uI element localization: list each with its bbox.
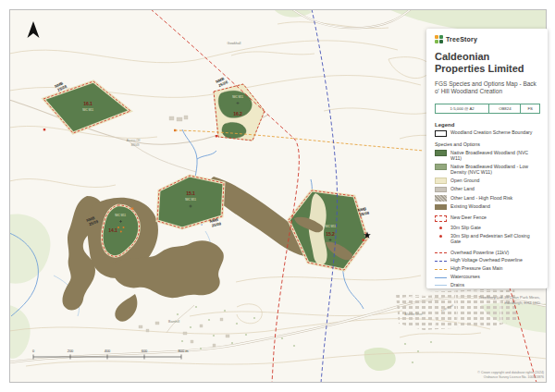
existing-woodland-swatch <box>435 204 447 211</box>
deer-fence-swatch <box>435 215 447 222</box>
legend-item-existing-woodland: Existing Woodland <box>435 203 540 210</box>
slip-gate-dot-icon <box>435 225 447 231</box>
place-label: Access Off <box>127 139 141 142</box>
legend-item-flood-risk: Other Land - High Flood Risk <box>435 195 540 202</box>
legend-label: Woodland Creation Scheme Boundary <box>450 129 532 135</box>
compartment-sub: NVC W11 <box>115 214 126 217</box>
legend-item-other-land: Other Land <box>435 186 540 192</box>
legend-item-drains: Drains <box>435 282 540 288</box>
gas-main-swatch <box>435 269 447 270</box>
compartment-sub: NVC W11 <box>325 225 336 228</box>
legend-label: Native Broadleaved Woodland (NVC W11) <box>450 150 540 161</box>
legend-label: New Deer Fence <box>450 214 487 220</box>
legend-item-slip-gate: 30m Slip Gate <box>435 225 540 231</box>
place-label: Gowkhall <box>228 42 241 45</box>
compartment-id: 16.2 <box>233 111 242 116</box>
brand-name: TreeStory <box>446 36 477 43</box>
legend-item-pedestrian-gate: 30m Slip and Pedestrian Self Closing Gat… <box>435 233 540 244</box>
compartment-id: 15.1 <box>186 190 195 196</box>
flood-risk-swatch <box>435 195 447 202</box>
svg-text:© Crown copyright and database: © Crown copyright and database rights (2… <box>477 371 544 374</box>
compartment-id: 16.1 <box>83 101 92 106</box>
svg-text:Ordnance Survey Licence No. 10: Ordnance Survey Licence No. 100053876 <box>484 375 544 379</box>
drains-swatch <box>435 285 447 286</box>
open-ground-swatch <box>435 178 447 184</box>
watercourses-swatch <box>435 277 447 278</box>
legend-item-nbw-low: Native Broadleaved Woodland - Low Densit… <box>435 164 540 175</box>
map-info-boxes: 1:5,000 @ A2 OB824 FS <box>435 104 540 114</box>
legend-label: Open Ground <box>450 178 479 183</box>
nbw-low-swatch <box>435 164 447 170</box>
logo-row: TreeStory <box>435 35 540 43</box>
legend-label: High Pressure Gas Main <box>450 265 503 271</box>
street-label: Allander Drive <box>405 312 423 316</box>
client-name: Caldeonian Properties Limited <box>435 51 540 75</box>
os-attribution: © Crown copyright and database rights (2… <box>477 371 544 379</box>
legend-label: Native Broadleaved Woodland - Low Densit… <box>450 164 540 175</box>
legend-item-nbw: Native Broadleaved Woodland (NVC W11) <box>435 150 540 161</box>
scale-label: 400 <box>105 349 111 353</box>
species-options-heading: Species and Options <box>435 141 540 147</box>
compartment-sub: NVC W11 <box>82 108 93 112</box>
legend-label: Watercourses <box>450 274 480 279</box>
place-label: B8049 <box>131 143 140 147</box>
pedestrian-gate-dot-icon <box>435 234 447 240</box>
code-box: FS <box>521 104 540 114</box>
treestory-logo-icon <box>435 35 443 43</box>
legend-item-hv-powerline: High Voltage Overhead Powerline <box>435 257 540 263</box>
powerline-11kv-swatch <box>435 252 447 253</box>
legend-item-watercourses: Watercourses <box>435 274 540 279</box>
legend-label: Other Land <box>450 186 475 191</box>
legend-label: Other Land - High Flood Risk <box>450 195 512 201</box>
scale-label: 800 m <box>178 349 189 353</box>
scale-label: 600 <box>142 349 148 353</box>
legend-item-gas-main: High Pressure Gas Main <box>435 265 540 271</box>
other-land-swatch <box>435 187 447 193</box>
legend-heading: Legend <box>435 122 540 128</box>
legend-item-powerline-11kv: Overhead Powerline (11kV) <box>435 250 540 255</box>
hv-powerline-swatch <box>435 261 447 262</box>
legend-label: Existing Woodland <box>450 203 490 209</box>
boundary-swatch <box>435 130 447 137</box>
compartment-sub: NVC W11 <box>185 198 196 202</box>
scale-label: 200 <box>68 349 74 353</box>
legend-label: 30m Slip and Pedestrian Self Closing Gat… <box>450 233 540 244</box>
map-title: FGS Species and Options Map - Back o' Hi… <box>435 80 540 96</box>
map-info-panel: TreeStory Caldeonian Properties Limited … <box>426 29 548 288</box>
legend-item-boundary: Woodland Creation Scheme Boundary <box>435 129 540 137</box>
legend-label: Overhead Powerline (11kV) <box>450 250 509 255</box>
reference-box: OB824 <box>489 104 521 114</box>
legend-label: High Voltage Overhead Powerline <box>450 257 523 263</box>
legend-label: 30m Slip Gate <box>450 225 481 230</box>
legend-label: Drains <box>450 282 464 288</box>
address-line2: Edinburgh, EH4 1ED <box>435 300 540 306</box>
legend-item-open-ground: Open Ground <box>435 178 540 184</box>
scale-box: 1:5,000 @ A2 <box>435 104 489 114</box>
legend-item-deer-fence: New Deer Fence <box>435 214 540 222</box>
company-address: TreeStory Ltd. 39 Dean Park Mews, Edinbu… <box>435 295 540 306</box>
place-label: Barnhill <box>168 320 179 324</box>
compartment-id: 14.1 <box>108 227 117 233</box>
compartment-id: 15.2 <box>326 231 335 237</box>
gas-valve-marker <box>174 129 176 131</box>
nbw-swatch <box>435 150 447 156</box>
compartment-sub: NVC W11 <box>232 95 243 99</box>
